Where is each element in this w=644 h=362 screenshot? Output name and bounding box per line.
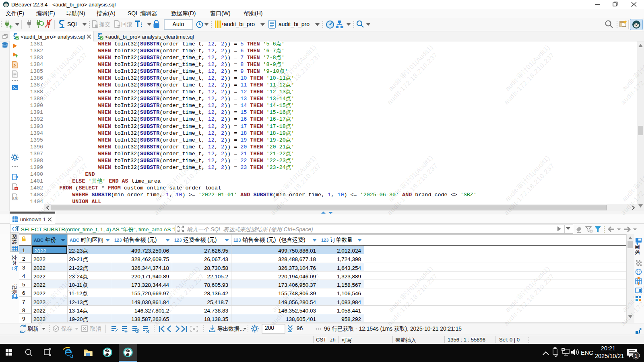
svg-text:(x): (x) xyxy=(13,196,19,200)
svg-text:1: 1 xyxy=(634,353,637,359)
svg-text:Auto: Auto xyxy=(173,21,184,27)
